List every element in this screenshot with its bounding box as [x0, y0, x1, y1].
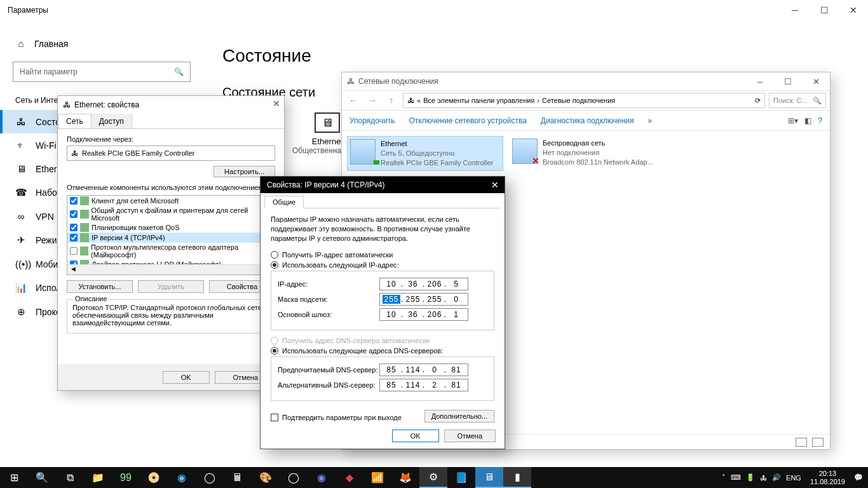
- eth-props-icon: 🖧: [63, 100, 71, 109]
- close-button[interactable]: ✕: [839, 0, 868, 20]
- comp-multiplexor[interactable]: Протокол мультиплексора сетевого адаптер…: [67, 243, 275, 259]
- help-icon[interactable]: ?: [818, 116, 822, 125]
- components-list[interactable]: Клиент для сетей Microsoft Общий доступ …: [67, 195, 275, 275]
- install-button[interactable]: Установить...: [67, 280, 133, 293]
- radio-icon: [271, 337, 278, 344]
- cmd-taskbar-icon[interactable]: ▮: [503, 467, 531, 488]
- radio-auto-dns: Получить адрес DNS-сервера автоматически: [271, 337, 494, 344]
- refresh-icon[interactable]: ⟳: [755, 97, 761, 105]
- ipv4-tab-general[interactable]: Общие: [264, 196, 304, 208]
- chrome-icon[interactable]: ◯: [280, 467, 308, 488]
- connection-wireless[interactable]: Беспроводная сеть Нет подключения Broadc…: [510, 136, 666, 171]
- dns-group: Предпочитаемый DNS-сервер: 85.114.0.81 А…: [271, 356, 494, 401]
- app-icon[interactable]: 99: [112, 467, 140, 488]
- clock[interactable]: 20:13 11.08.2019: [806, 470, 849, 485]
- ethernet-conn-icon: [350, 139, 376, 165]
- app-icon[interactable]: 📀: [140, 467, 168, 488]
- disable-device[interactable]: Отключение сетевого устройства: [409, 116, 526, 125]
- confirm-on-exit-checkbox[interactable]: Подтвердить параметры при выходе: [271, 414, 402, 421]
- nc-close[interactable]: ✕: [802, 72, 830, 90]
- file-explorer-icon[interactable]: 📁: [84, 467, 112, 488]
- clock-date: 11.08.2019: [810, 478, 845, 485]
- ip-label: IP-адрес:: [278, 280, 379, 288]
- dota-icon[interactable]: ◆: [336, 467, 363, 488]
- ip-address-field[interactable]: 10.36.206.5: [379, 278, 468, 290]
- comp-qos[interactable]: Планировщик пакетов QoS: [67, 222, 275, 233]
- calculator-icon[interactable]: 🖩: [224, 467, 252, 488]
- firefox-icon[interactable]: 🦊: [391, 467, 419, 488]
- component-icon: [80, 223, 89, 232]
- minimize-button[interactable]: ─: [780, 0, 810, 20]
- nc-search-input[interactable]: Поиск: С... 🔍: [769, 93, 826, 108]
- ipv4-titlebar: Свойства: IP версии 4 (TCP/IPv4) ✕: [261, 177, 505, 193]
- battery-icon[interactable]: 🔋: [746, 473, 755, 482]
- wifi-app-icon[interactable]: 📶: [363, 467, 391, 488]
- language-indicator[interactable]: ENG: [786, 474, 801, 482]
- gateway-field[interactable]: 10.36.206.1: [379, 308, 468, 321]
- comp-client-msft[interactable]: Клиент для сетей Microsoft: [67, 196, 275, 206]
- up-button[interactable]: ↑: [384, 95, 399, 105]
- ipv4-ok-button[interactable]: OK: [392, 430, 439, 442]
- eth-props-titlebar: 🖧 Ethernet: свойства ✕: [58, 96, 284, 114]
- search-button[interactable]: 🔍: [28, 467, 56, 488]
- app-icon[interactable]: 📘: [447, 467, 475, 488]
- eth-ok-button[interactable]: OK: [163, 371, 210, 384]
- breadcrumb-2[interactable]: Сетевые подключения: [542, 97, 615, 104]
- teamspeak-icon[interactable]: ◉: [168, 467, 196, 488]
- subnet-mask-field[interactable]: 255.255.255.0: [379, 293, 468, 306]
- radio-icon: [271, 261, 278, 269]
- ipv4-cancel-button[interactable]: Отмена: [444, 430, 496, 442]
- comp-ipv4[interactable]: IP версии 4 (TCP/IPv4): [67, 233, 275, 243]
- eth-props-close[interactable]: ✕: [273, 98, 280, 109]
- task-view-button[interactable]: ⧉: [56, 467, 84, 488]
- wifi-icon: ᯤ: [15, 140, 27, 151]
- description-group: Описание Протокол TCP/IP. Стандартный пр…: [67, 299, 275, 334]
- notifications-icon[interactable]: 💬: [854, 473, 863, 482]
- paint-icon[interactable]: 🎨: [252, 467, 280, 488]
- discord-icon[interactable]: ◉: [308, 467, 336, 488]
- alternate-dns-field[interactable]: 85.114.2.81: [379, 379, 468, 391]
- view-details[interactable]: [812, 438, 824, 447]
- keyboard-icon[interactable]: ⌨: [731, 473, 741, 482]
- breadcrumb-1[interactable]: Все элементы панели управления: [423, 97, 534, 104]
- forward-button[interactable]: →: [365, 95, 380, 105]
- radio-auto-ip[interactable]: Получить IP-адрес автоматически: [271, 251, 494, 259]
- ethernet-properties-dialog: 🖧 Ethernet: свойства ✕ Сеть Доступ Подкл…: [57, 95, 285, 391]
- description-title: Описание: [72, 295, 110, 302]
- nc-toolbar: Упорядочить Отключение сетевого устройст…: [342, 111, 830, 131]
- network-tray-icon[interactable]: 🖧: [760, 474, 767, 482]
- settings-taskbar-icon[interactable]: ⚙: [419, 467, 447, 488]
- comp-file-sharing[interactable]: Общий доступ к файлам и принтерам для се…: [67, 206, 275, 222]
- remove-button[interactable]: Удалить: [138, 280, 204, 293]
- steam-icon[interactable]: ◯: [196, 467, 224, 488]
- address-bar[interactable]: 🖧 « Все элементы панели управления › Сет…: [403, 93, 765, 108]
- radio-manual-ip[interactable]: Использовать следующий IP-адрес:: [271, 261, 494, 269]
- organize-menu[interactable]: Упорядочить: [349, 116, 395, 125]
- connection-ethernet[interactable]: Ethernet Сеть 5, Общедоступно Realtek PC…: [347, 136, 503, 171]
- search-input[interactable]: Найти параметр 🔍: [13, 62, 191, 82]
- maximize-button[interactable]: ☐: [810, 0, 839, 20]
- hscrollbar[interactable]: ◄►: [67, 264, 275, 274]
- control-panel-taskbar-icon[interactable]: 🖥: [475, 467, 503, 488]
- nc-minimize[interactable]: ─: [746, 72, 774, 90]
- ipv4-close-button[interactable]: ✕: [485, 177, 505, 193]
- view-options-icon[interactable]: ⊞▾: [788, 116, 798, 125]
- tab-access[interactable]: Доступ: [91, 114, 132, 128]
- tab-network[interactable]: Сеть: [58, 114, 92, 128]
- nc-maximize[interactable]: ☐: [774, 72, 802, 90]
- radio-manual-dns[interactable]: Использовать следующие адреса DNS-сервер…: [271, 347, 494, 355]
- view-large-icons[interactable]: [796, 438, 807, 447]
- home-link[interactable]: ⌂ Главная: [13, 33, 203, 62]
- home-icon: ⌂: [15, 38, 27, 49]
- advanced-button[interactable]: Дополнительно...: [424, 410, 494, 423]
- volume-icon[interactable]: 🔊: [772, 473, 781, 482]
- description-text: Протокол TCP/IP. Стандартный протокол гл…: [72, 304, 269, 327]
- tray-chevron-icon[interactable]: ˄: [722, 473, 726, 482]
- more-menu[interactable]: »: [648, 116, 653, 125]
- preferred-dns-field[interactable]: 85.114.0.81: [379, 363, 468, 376]
- back-button[interactable]: ←: [346, 95, 361, 105]
- preview-pane-icon[interactable]: ◧: [804, 116, 811, 125]
- component-icon: [80, 210, 89, 219]
- diagnose-connection[interactable]: Диагностика подключения: [541, 116, 634, 125]
- start-button[interactable]: ⊞: [0, 467, 28, 488]
